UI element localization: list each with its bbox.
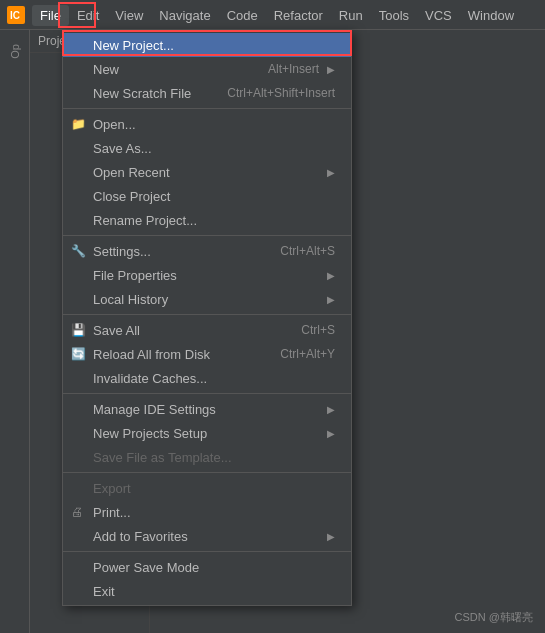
menu-separator (63, 108, 351, 109)
menu-item-arrow-local-history: ▶ (327, 294, 335, 305)
menu-item-add-favorites[interactable]: Add to Favorites▶ (63, 524, 351, 548)
menu-item-open[interactable]: 📁Open... (63, 112, 351, 136)
menu-separator (63, 393, 351, 394)
menubar-vcs[interactable]: VCS (417, 5, 460, 26)
file-dropdown-menu: New Project...NewAlt+Insert▶New Scratch … (62, 30, 352, 606)
menu-item-label-add-favorites: Add to Favorites (93, 529, 319, 544)
menu-item-file-properties[interactable]: File Properties▶ (63, 263, 351, 287)
menu-item-label-save-as-template: Save File as Template... (93, 450, 335, 465)
ide-background: IC Op Project ⚙ IC File Edit View Naviga… (0, 0, 545, 633)
menu-item-shortcut-settings: Ctrl+Alt+S (280, 244, 335, 258)
menu-item-exit[interactable]: Exit (63, 579, 351, 603)
menubar-run[interactable]: Run (331, 5, 371, 26)
menu-item-close-project[interactable]: Close Project (63, 184, 351, 208)
menu-item-new[interactable]: NewAlt+Insert▶ (63, 57, 351, 81)
reload-icon: 🔄 (71, 347, 86, 361)
menubar-items-row: IC File Edit View Navigate Code Refactor… (0, 0, 545, 30)
menu-item-arrow-new-projects-setup: ▶ (327, 428, 335, 439)
menubar-code[interactable]: Code (219, 5, 266, 26)
menu-item-label-print: Print... (93, 505, 335, 520)
menu-item-label-settings: Settings... (93, 244, 260, 259)
svg-text:IC: IC (10, 10, 20, 21)
menubar-refactor[interactable]: Refactor (266, 5, 331, 26)
menu-item-label-open-recent: Open Recent (93, 165, 319, 180)
menu-item-label-reload-all: Reload All from Disk (93, 347, 260, 362)
dropdown-overlay: IC File Edit View Navigate Code Refactor… (0, 0, 545, 633)
folder-icon: 📁 (71, 117, 86, 131)
menu-item-label-save-as: Save As... (93, 141, 335, 156)
menubar-edit[interactable]: Edit (69, 5, 107, 26)
menu-item-new-projects-setup[interactable]: New Projects Setup▶ (63, 421, 351, 445)
menu-item-save-all[interactable]: 💾Save AllCtrl+S (63, 318, 351, 342)
menu-item-label-new-scratch: New Scratch File (93, 86, 207, 101)
menu-item-arrow-add-favorites: ▶ (327, 531, 335, 542)
menubar-navigate[interactable]: Navigate (151, 5, 218, 26)
menu-item-shortcut-new: Alt+Insert (268, 62, 319, 76)
menu-separator (63, 551, 351, 552)
menu-item-rename-project[interactable]: Rename Project... (63, 208, 351, 232)
menu-item-label-local-history: Local History (93, 292, 319, 307)
menu-item-label-new-projects-setup: New Projects Setup (93, 426, 319, 441)
print-icon: 🖨 (71, 505, 83, 519)
menu-item-shortcut-save-all: Ctrl+S (301, 323, 335, 337)
wrench-icon: 🔧 (71, 244, 86, 258)
menu-item-label-open: Open... (93, 117, 335, 132)
menu-item-power-save[interactable]: Power Save Mode (63, 555, 351, 579)
menu-item-label-export: Export (93, 481, 335, 496)
ide-logo-menubar: IC (4, 3, 28, 27)
menu-item-label-invalidate-caches: Invalidate Caches... (93, 371, 335, 386)
menubar-window[interactable]: Window (460, 5, 522, 26)
menu-item-label-save-all: Save All (93, 323, 281, 338)
menu-item-export: Export (63, 476, 351, 500)
menu-item-save-as-template: Save File as Template... (63, 445, 351, 469)
menu-item-label-close-project: Close Project (93, 189, 335, 204)
menu-item-arrow-file-properties: ▶ (327, 270, 335, 281)
menu-item-new-project[interactable]: New Project... (63, 33, 351, 57)
menu-item-label-power-save: Power Save Mode (93, 560, 335, 575)
menu-item-label-exit: Exit (93, 584, 335, 599)
menu-item-settings[interactable]: 🔧Settings...Ctrl+Alt+S (63, 239, 351, 263)
menu-separator (63, 235, 351, 236)
menu-item-arrow-manage-ide: ▶ (327, 404, 335, 415)
menu-item-invalidate-caches[interactable]: Invalidate Caches... (63, 366, 351, 390)
menu-item-shortcut-new-scratch: Ctrl+Alt+Shift+Insert (227, 86, 335, 100)
menu-item-arrow-new: ▶ (327, 64, 335, 75)
menu-item-reload-all[interactable]: 🔄Reload All from DiskCtrl+Alt+Y (63, 342, 351, 366)
menu-item-print[interactable]: 🖨Print... (63, 500, 351, 524)
menu-item-manage-ide[interactable]: Manage IDE Settings▶ (63, 397, 351, 421)
menu-item-label-new: New (93, 62, 248, 77)
menubar-file[interactable]: File (32, 5, 69, 26)
menu-item-label-file-properties: File Properties (93, 268, 319, 283)
menu-item-save-as[interactable]: Save As... (63, 136, 351, 160)
menubar-view[interactable]: View (107, 5, 151, 26)
menu-item-open-recent[interactable]: Open Recent▶ (63, 160, 351, 184)
menu-item-label-manage-ide: Manage IDE Settings (93, 402, 319, 417)
menu-item-arrow-open-recent: ▶ (327, 167, 335, 178)
menu-separator (63, 472, 351, 473)
save-icon: 💾 (71, 323, 86, 337)
menu-item-label-rename-project: Rename Project... (93, 213, 335, 228)
menu-item-local-history[interactable]: Local History▶ (63, 287, 351, 311)
menubar-tools[interactable]: Tools (371, 5, 417, 26)
menu-item-shortcut-reload-all: Ctrl+Alt+Y (280, 347, 335, 361)
logo-icon: IC (7, 6, 25, 24)
menu-item-new-scratch[interactable]: New Scratch FileCtrl+Alt+Shift+Insert (63, 81, 351, 105)
menu-separator (63, 314, 351, 315)
menu-item-label-new-project: New Project... (93, 38, 335, 53)
